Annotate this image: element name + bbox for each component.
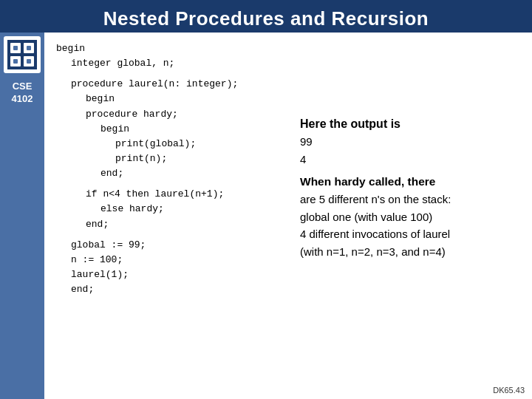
code-line-global-assign: global := 99; — [56, 238, 285, 253]
code-line-print-n: print(n); — [56, 151, 285, 166]
code-line-global-decl: integer global, n; — [56, 56, 285, 71]
code-line-begin2: begin — [56, 92, 285, 106]
code-line-proc-laurel: procedure laurel(n: integer); — [56, 77, 285, 92]
code-line-else: else hardy; — [56, 202, 285, 216]
content-columns: begin integer global, n; procedure laure… — [56, 41, 520, 297]
sidebar: CSE 4102 — [0, 33, 44, 399]
code-line-end1: end; — [56, 282, 285, 297]
when-title: When hardy called, there — [300, 175, 435, 188]
code-line-end3: end; — [56, 166, 285, 181]
svg-rect-7 — [13, 59, 18, 64]
code-line-print-global: print(global); — [56, 137, 285, 151]
svg-rect-5 — [13, 46, 18, 50]
code-line-if: if n<4 then laurel(n+1); — [56, 187, 285, 202]
slide-number: DK65.43 — [493, 386, 525, 395]
code-block: begin integer global, n; procedure laure… — [56, 41, 285, 297]
code-line-n-assign: n := 100; — [56, 253, 285, 267]
exp-line3: 4 different invocations of laurel — [300, 228, 450, 240]
logo — [4, 36, 41, 73]
exp-line1: are 5 different n's on the stack: — [300, 193, 451, 205]
code-line-laurel-call: laurel(1); — [56, 267, 285, 282]
code-line-begin3: begin — [56, 122, 285, 137]
cse-label: CSE 4102 — [12, 81, 33, 106]
svg-rect-8 — [27, 59, 31, 64]
output-val2: 4 — [300, 153, 306, 166]
svg-rect-6 — [27, 46, 31, 50]
code-line-begin: begin — [56, 41, 285, 56]
exp-line4: (with n=1, n=2, n=3, and n=4) — [300, 245, 446, 258]
code-line-proc-hardy: procedure hardy; — [56, 107, 285, 122]
main-content: begin integer global, n; procedure laure… — [44, 33, 532, 399]
code-line-end2: end; — [56, 217, 285, 232]
output-val1: 99 — [300, 135, 313, 148]
output-title: Here the output is — [300, 117, 400, 130]
exp-line2: global one (with value 100) — [300, 211, 432, 223]
explanation-block: Here the output is 99 4 When hardy calle… — [285, 41, 520, 297]
